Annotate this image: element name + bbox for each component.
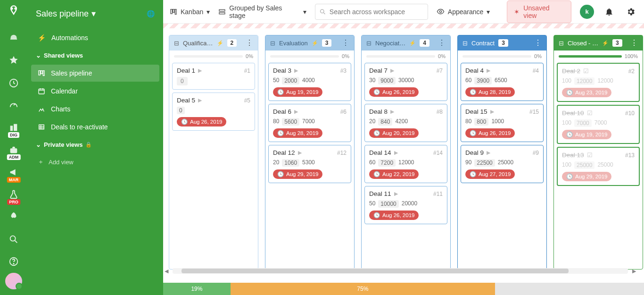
rail-search-icon[interactable] — [4, 230, 23, 248]
sidebar-view-item[interactable]: Charts — [31, 101, 159, 118]
play-icon: ▶ — [198, 97, 202, 103]
check-icon: ☑ — [587, 152, 593, 159]
column-count: 4 — [420, 39, 429, 47]
column-header[interactable]: ⊟Qualifica…⚡2⋮ — [169, 35, 258, 51]
clock-icon: 🕓 — [277, 89, 284, 95]
scroll-left-icon[interactable]: ◀ — [163, 268, 170, 274]
rail-buildings-icon[interactable]: DIG — [4, 118, 23, 137]
card-metric: 60 — [465, 77, 471, 84]
view-type-dropdown[interactable]: Kanban ▾ — [170, 8, 210, 16]
deal-card[interactable]: Deal 8▶#8208404200🕓Aug 20, 2019 — [364, 104, 447, 142]
column-menu-icon[interactable]: ⋮ — [438, 39, 446, 47]
deal-card[interactable]: Deal 13☑#131002500025000🕓Aug 29, 2019 — [557, 147, 640, 186]
appearance-dropdown[interactable]: Appearance ▾ — [437, 8, 490, 16]
rail-dashboard-icon[interactable] — [4, 29, 23, 47]
play-icon: ▶ — [394, 150, 398, 156]
svg-rect-18 — [219, 9, 225, 11]
plus-icon: ＋ — [38, 158, 44, 166]
sidebar-view-item[interactable]: Deals to re-activate — [31, 118, 159, 135]
sidebar-view-item[interactable]: Calendar — [31, 83, 159, 100]
rail-briefcase-icon[interactable]: ADM — [4, 141, 23, 159]
card-id: #5 — [244, 97, 250, 104]
column-menu-icon[interactable]: ⋮ — [342, 39, 349, 47]
chevron-down-icon: ⌄ — [36, 52, 41, 59]
card-metric: 12000 — [597, 77, 613, 85]
deal-card[interactable]: Deal 4▶#46039006500🕓Aug 28, 2019 — [461, 63, 544, 101]
card-title: Deal 2 — [562, 67, 580, 75]
rail-megaphone-icon[interactable]: MAR — [4, 163, 23, 181]
card-metric: 3900 — [474, 77, 492, 84]
clock-icon: 🕓 — [566, 173, 573, 180]
due-date-pill: 🕓Aug 29, 2019 — [562, 172, 611, 181]
rail-speed-icon[interactable] — [4, 96, 23, 114]
deal-card[interactable]: Deal 2☑#21001200012000🕓Aug 23, 2019 — [557, 63, 640, 102]
deal-card[interactable]: Deal 15▶#15808001000🕓Aug 26, 2019 — [461, 104, 544, 142]
group-icon — [218, 8, 226, 16]
svg-point-20 — [320, 9, 324, 13]
column-menu-icon[interactable]: ⋮ — [630, 39, 638, 47]
minimize-icon[interactable]: ⊟ — [270, 40, 275, 47]
deal-card[interactable]: Deal 10☑#1010070007000🕓Aug 19, 2019 — [557, 105, 640, 144]
rail-rocket-icon[interactable] — [4, 208, 23, 226]
sidebar-view-item[interactable]: Sales pipeline — [31, 65, 159, 82]
workspace-title-dropdown[interactable]: Sales pipeline ▾ 🌐 — [31, 6, 159, 28]
deal-card[interactable]: Deal 14▶#1460720012000🕓Aug 22, 2019 — [364, 145, 447, 183]
column-progress: 0% — [169, 51, 258, 61]
add-view-button[interactable]: ＋ Add view — [31, 153, 159, 171]
check-icon: ☑ — [583, 67, 589, 75]
notifications-icon[interactable] — [603, 5, 616, 18]
deal-card[interactable]: Deal 1▶#10 — [172, 63, 255, 90]
deal-card[interactable]: Deal 9▶#9902250025000🕓Aug 27, 2019 — [461, 145, 544, 183]
view-label: Sales pipeline — [51, 69, 92, 77]
minimize-icon[interactable]: ⊟ — [174, 40, 179, 47]
column-header[interactable]: ⊟Evaluation⚡3⋮ — [265, 35, 354, 51]
deal-card[interactable]: Deal 3▶#35020004000🕓Aug 19, 2019 — [268, 63, 351, 101]
column-header[interactable]: ⊟Contract3⋮ — [458, 35, 546, 51]
minimize-icon[interactable]: ⊟ — [462, 40, 468, 47]
rail-help-icon[interactable] — [4, 252, 23, 270]
deal-card[interactable]: Deal 6▶#68056007000🕓Aug 28, 2019 — [268, 104, 351, 142]
card-metric: 4000 — [302, 77, 315, 84]
deal-card[interactable]: Deal 7▶#730900030000🕓Aug 26, 2019 — [364, 63, 447, 101]
column-menu-icon[interactable]: ⋮ — [534, 39, 542, 47]
top-toolbar: Kanban ▾ Grouped by Sales stage ▾ Appear… — [163, 0, 644, 24]
group-by-dropdown[interactable]: Grouped by Sales stage ▾ — [218, 4, 306, 19]
card-metric: 7000 — [594, 119, 607, 127]
deal-card[interactable]: Deal 5▶#50🕓Aug 26, 2019 — [172, 93, 255, 131]
scroll-right-icon[interactable]: ▶ — [631, 268, 637, 274]
footer-segment-remaining — [495, 283, 644, 295]
play-icon: ▶ — [294, 109, 298, 115]
card-metric: 50 — [273, 77, 279, 84]
minimize-icon[interactable]: ⊟ — [366, 40, 372, 47]
user-avatar-chip[interactable]: k — [580, 5, 594, 19]
globe-icon[interactable]: 🌐 — [147, 10, 155, 17]
column-menu-icon[interactable]: ⋮ — [246, 39, 253, 47]
rail-flask-icon[interactable]: PRO — [4, 185, 23, 204]
shared-views-toggle[interactable]: ⌄ Shared views — [31, 47, 159, 64]
card-title: Deal 5 — [177, 97, 195, 104]
automations-link[interactable]: ⚡ Automations — [31, 29, 159, 46]
card-metric: 60 — [369, 159, 375, 167]
column-header[interactable]: ⊟Negociat…⚡4⋮ — [362, 35, 450, 51]
rail-star-icon[interactable] — [4, 51, 23, 70]
horizontal-scrollbar[interactable]: ◀ ▶ — [163, 268, 637, 274]
app-logo[interactable] — [6, 4, 21, 18]
svg-rect-10 — [39, 71, 40, 75]
settings-icon[interactable] — [624, 5, 637, 18]
svg-point-9 — [13, 263, 14, 264]
card-metric: 800 — [474, 118, 488, 126]
private-views-toggle[interactable]: ⌄ Private views 🔒 — [31, 136, 159, 153]
card-id: #7 — [437, 67, 443, 74]
rail-user-avatar[interactable] — [5, 273, 22, 289]
rail-clock-icon[interactable] — [4, 74, 23, 92]
minimize-icon[interactable]: ⊟ — [559, 40, 564, 47]
card-metric: 80 — [465, 118, 471, 126]
search-input[interactable] — [315, 4, 428, 20]
unsaved-view-button[interactable]: ✶ Unsaved view — [507, 0, 571, 23]
card-title: Deal 6 — [273, 108, 291, 115]
column-header[interactable]: ⊟Closed - …⚡3⋮ — [554, 35, 643, 51]
deal-card[interactable]: Deal 11▶#11501000020000🕓Aug 26, 2019 — [364, 186, 447, 224]
search-field[interactable] — [315, 4, 428, 20]
deal-card[interactable]: Deal 12▶#122010605300🕓Aug 29, 2019 — [268, 145, 351, 183]
play-icon: ▶ — [198, 67, 202, 74]
